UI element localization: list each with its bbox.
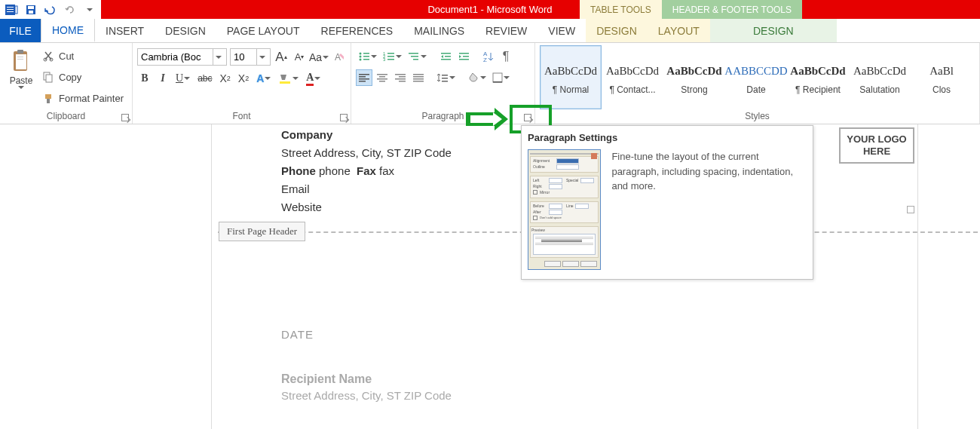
format-painter-button[interactable]: Format Painter <box>42 90 124 107</box>
subscript-button[interactable]: X2 <box>217 70 232 87</box>
ribbon: Paste Cut Copy Format Painter Clipboard <box>0 43 980 124</box>
svg-rect-24 <box>363 56 369 57</box>
style-item-clos[interactable]: AaBlClos <box>911 45 972 109</box>
align-center-button[interactable] <box>374 69 390 86</box>
svg-point-25 <box>360 59 362 61</box>
body-recipient-address[interactable]: Street Address, City, ST ZIP Code <box>281 389 452 402</box>
svg-rect-47 <box>359 81 366 82</box>
font-size-combo[interactable]: 10 <box>230 48 271 66</box>
strikethrough-button[interactable]: abc <box>195 70 214 87</box>
style-item-recipient[interactable]: AaBbCcDd¶ Recipient <box>787 45 849 109</box>
increase-indent-button[interactable] <box>456 48 473 65</box>
svg-rect-2 <box>7 9 14 10</box>
copy-label: Copy <box>59 72 81 83</box>
tooltip-dialog-thumbnail: Alignment Outline LeftSpecial Right Mirr… <box>528 149 601 270</box>
tab-references[interactable]: REFERENCES <box>311 19 404 42</box>
redo-icon[interactable] <box>62 2 78 18</box>
paragraph-launcher[interactable] <box>522 112 533 123</box>
group-font: Cambria (Boc 10 A▴ A▾ Aa A B I U abc X2 … <box>133 43 351 124</box>
svg-rect-61 <box>442 78 448 79</box>
cut-button[interactable]: Cut <box>42 47 124 64</box>
font-launcher[interactable] <box>338 112 349 123</box>
style-item-salutation[interactable]: AaBbCcDdSalutation <box>849 45 911 109</box>
text-effects-button[interactable]: A <box>254 70 273 87</box>
undo-icon[interactable] <box>42 2 59 18</box>
body-recipient-name[interactable]: Recipient Name <box>281 372 452 386</box>
svg-rect-56 <box>413 74 424 75</box>
line-spacing-button[interactable] <box>434 69 458 86</box>
decrease-indent-button[interactable] <box>438 48 455 65</box>
svg-rect-10 <box>17 50 23 54</box>
svg-rect-57 <box>413 76 424 78</box>
paste-button[interactable]: Paste <box>5 45 38 109</box>
change-case-button[interactable]: Aa <box>310 49 328 66</box>
underline-button[interactable]: U <box>173 70 192 87</box>
chevron-down-icon[interactable] <box>256 49 267 65</box>
svg-rect-35 <box>413 59 418 60</box>
align-right-button[interactable] <box>392 69 409 86</box>
tab-insert[interactable]: INSERT <box>95 19 155 42</box>
show-hide-button[interactable]: ¶ <box>498 48 513 65</box>
italic-button[interactable]: I <box>155 70 170 87</box>
sort-button[interactable]: AZ <box>480 48 497 65</box>
clipboard-launcher[interactable] <box>120 112 130 123</box>
svg-rect-44 <box>359 74 369 75</box>
svg-rect-41 <box>459 59 469 60</box>
style-item-date[interactable]: AABBCCDDDate <box>725 45 787 109</box>
multilevel-list-button[interactable] <box>406 48 429 65</box>
tooltip-description: Fine-tune the layout of the current para… <box>611 149 804 270</box>
header-tag-label[interactable]: First Page Header <box>219 222 305 241</box>
shading-button[interactable] <box>465 69 488 86</box>
font-name-combo[interactable]: Cambria (Boc <box>137 48 227 66</box>
tab-table-design[interactable]: DESIGN <box>586 19 648 42</box>
bold-button[interactable]: B <box>137 70 152 87</box>
tab-table-layout[interactable]: LAYOUT <box>648 19 710 42</box>
clear-formatting-button[interactable]: A <box>331 49 346 66</box>
tab-page-layout[interactable]: PAGE LAYOUT <box>216 19 311 42</box>
save-icon[interactable] <box>23 2 39 18</box>
tab-home[interactable]: HOME <box>41 19 95 42</box>
shrink-font-button[interactable]: A▾ <box>292 49 307 66</box>
tab-view[interactable]: VIEW <box>537 19 586 42</box>
svg-rect-30 <box>387 56 394 57</box>
style-item-strong[interactable]: AaBbCcDdStrong <box>663 45 725 109</box>
svg-rect-38 <box>441 59 451 60</box>
style-item-normal[interactable]: AaBbCcDd¶ Normal <box>540 45 602 109</box>
copy-button[interactable]: Copy <box>42 69 124 85</box>
grow-font-button[interactable]: A▴ <box>274 49 289 66</box>
paragraph-settings-tooltip: Paragraph Settings Alignment Outline Lef… <box>521 125 813 280</box>
tooltip-title: Paragraph Settings <box>528 132 804 143</box>
tab-file[interactable]: FILE <box>0 19 41 42</box>
svg-rect-46 <box>359 78 369 80</box>
svg-rect-32 <box>387 59 394 60</box>
highlight-button[interactable] <box>276 70 301 87</box>
word-icon[interactable] <box>3 2 20 18</box>
align-left-button[interactable] <box>356 69 372 86</box>
tab-review[interactable]: REVIEW <box>475 19 537 42</box>
borders-button[interactable] <box>490 69 512 86</box>
paste-label: Paste <box>10 75 33 86</box>
paste-dropdown-icon <box>18 86 24 89</box>
svg-rect-60 <box>442 75 448 76</box>
context-tab-table-tools: TABLE TOOLS <box>580 0 662 19</box>
style-item-contact[interactable]: AaBbCcDd¶ Contact... <box>602 45 663 109</box>
body-date-field[interactable]: DATE <box>281 328 452 341</box>
svg-point-21 <box>360 53 362 55</box>
tab-design[interactable]: DESIGN <box>155 19 216 42</box>
qat-customize-icon[interactable] <box>81 2 98 18</box>
table-cell-marker <box>907 206 914 213</box>
logo-placeholder[interactable]: YOUR LOGO HERE <box>839 127 914 164</box>
svg-rect-22 <box>363 53 369 54</box>
chevron-down-icon[interactable] <box>213 49 223 65</box>
bullets-button[interactable] <box>356 48 379 65</box>
svg-text:3: 3 <box>383 57 386 62</box>
justify-button[interactable] <box>410 69 427 86</box>
svg-rect-45 <box>359 76 366 78</box>
annotation-arrow-icon <box>464 106 511 133</box>
superscript-button[interactable]: X2 <box>236 70 251 87</box>
tab-header-footer-design[interactable]: DESIGN <box>710 19 837 42</box>
copy-icon <box>42 71 54 83</box>
font-color-button[interactable]: A <box>304 70 323 87</box>
numbering-button[interactable]: 123 <box>381 48 404 65</box>
tab-mailings[interactable]: MAILINGS <box>403 19 475 42</box>
